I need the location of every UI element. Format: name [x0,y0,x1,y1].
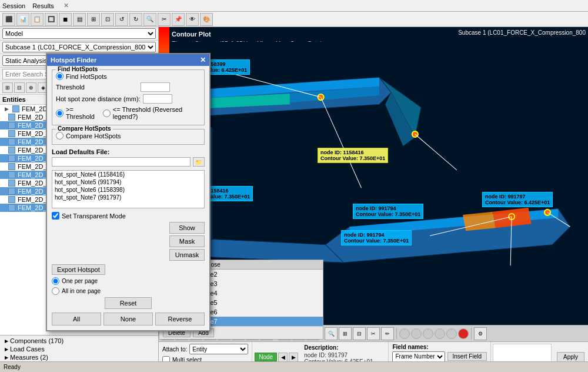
node-nav-left[interactable]: ◀ [278,353,288,362]
vt-btn-12[interactable]: 🔍 [325,327,338,340]
toolbar-btn-2[interactable]: 📊 [16,13,29,26]
toolbar-btn-1[interactable]: ⬛ [2,13,15,26]
toolbar-btn-7[interactable]: ⊞ [87,13,100,26]
threshold-input[interactable]: 60 [141,82,170,92]
menu-close[interactable]: ✕ [64,2,69,9]
none-btn[interactable]: None [103,313,153,326]
dialog-titlebar: Hotspot Finder ✕ [47,54,209,66]
all-in-one-radio[interactable] [52,287,59,295]
toolbar-btn-12[interactable]: ✂ [158,13,171,26]
compare-hotspots-label: Compare HotSpots [66,132,121,140]
vt-btn-13[interactable]: ⊞ [339,327,352,340]
find-hotspots-label: Find HotSpots [66,73,107,80]
show-btn[interactable]: Show [169,222,205,234]
toolbar-btn-13[interactable]: 📌 [172,13,185,26]
reset-btn[interactable]: Reset [105,297,152,309]
load-defaults-input[interactable] [52,157,191,167]
description-label: Description: [304,344,338,351]
dialog-title: Hotspot Finder [51,57,96,64]
tree-loadcases[interactable]: ▶ Load Cases [2,345,156,353]
tree-components[interactable]: ▶ Components (170) [2,337,156,345]
attach-select[interactable]: Entity [189,344,248,354]
toolbar-btn-15[interactable]: 🎨 [200,13,213,26]
compare-hotspots-radio[interactable] [56,132,64,140]
model-select[interactable]: Model [2,28,156,39]
reverse-btn[interactable]: Reverse [155,313,205,326]
entity-tool-1[interactable]: ⊞ [2,82,13,93]
export-row: Export Hotspot [52,264,205,275]
field-select[interactable]: Frame Number [392,351,445,362]
toolbar-btn-10[interactable]: ↻ [129,13,142,26]
toolbar-btn-8[interactable]: ⊡ [101,13,114,26]
subcase-dropdown-row: Subcase 1 (LC01_FORCE_X_Compression_800K… [0,41,158,54]
menu-results[interactable]: Results [32,2,54,9]
find-hotspots-radio[interactable] [56,72,64,80]
hs-item-3[interactable]: hot_spot_Note7 (991797) [52,194,204,201]
dialog-bottom-buttons: All None Reverse [52,313,205,326]
toolbar-btn-11[interactable]: 🔍 [143,13,156,26]
load-defaults-folder-btn[interactable]: 📁 [193,157,205,167]
zone-distance-label: Hot spot zone distance (mm): [56,95,141,102]
toolbar-btn-4[interactable]: 🔲 [45,13,58,26]
callout-5: node ID: 991794 Contour Value: 7.350E+01 [341,230,412,245]
vt-btn-15[interactable]: ✂ [367,327,380,340]
toolbar-btn-3[interactable]: 📋 [31,13,44,26]
one-per-page-label: One per page [62,278,98,284]
field-names-label: Field names: [392,344,487,350]
hotspot-list: hot_spot_Note4 (1158416) hot_spot_Note5 … [52,170,205,208]
status-bar: Ready [0,361,588,372]
bottom-tree: ▶ Components (170) ▶ Load Cases ▶ Measur… [0,335,158,363]
dialog-body: Find HotSpots Find HotSpots Threshold 60… [47,66,209,330]
menu-session[interactable]: Session [2,2,25,9]
hs-item-1[interactable]: hot_spot_Note5 (991794) [52,178,204,186]
vt-fwd-btn[interactable] [435,328,445,339]
hotspot-finder-dialog: Hotspot Finder ✕ Find HotSpots Find HotS… [46,53,211,331]
find-hotspots-group-label: Find HotSpots [56,66,99,72]
zone-distance-input[interactable]: 200 [143,94,172,104]
attach-label: Attach to: [162,346,187,353]
hs-item-0[interactable]: hot_spot_Note4 (1158416) [52,171,204,178]
dialog-close-btn[interactable]: ✕ [200,56,206,64]
vt-play-btn[interactable] [399,328,410,339]
vt-record-btn[interactable] [458,328,469,339]
toolbar-btn-9[interactable]: ↺ [115,13,128,26]
hs-item-2[interactable]: hot_spot_Note6 (1158398) [52,186,204,194]
vt-settings-btn[interactable]: ⚙ [474,327,487,340]
gte-threshold-radio[interactable] [56,109,64,117]
insert-field-btn[interactable]: Insert Field [447,352,487,361]
find-hotspots-group: Find HotSpots Find HotSpots Threshold 60… [52,69,205,125]
unmask-btn[interactable]: Unmask [169,249,205,261]
load-defaults-section: Load Defaults File: 📁 [52,148,205,167]
tree-measures[interactable]: ▶ Measures (2) [2,353,156,361]
all-in-one-label: All in one page [62,288,101,294]
threshold-label: Threshold [56,84,138,91]
vt-btn-16[interactable]: ✏ [381,327,394,340]
menu-bar: Session Results ✕ [0,0,588,12]
vt-back-btn[interactable] [446,328,457,339]
node-type-box: Node [255,353,277,361]
lte-threshold-radio[interactable] [103,109,111,117]
entity-tool-3[interactable]: ⊕ [26,82,36,93]
vt-pause-btn[interactable] [423,328,433,339]
gte-threshold-label: >= Threshold [66,106,101,120]
all-btn[interactable]: All [52,313,101,326]
toolbar-btn-6[interactable]: ▤ [73,13,86,26]
apply-btn[interactable]: Apply [557,352,584,362]
one-per-page-radio[interactable] [52,277,59,285]
subcase-select[interactable]: Subcase 1 (LC01_FORCE_X_Compression_800K… [2,42,156,52]
transparent-mode-checkbox[interactable] [52,212,59,220]
transparent-mode-label: Set Transparent Mode [62,212,126,220]
zone-distance-row: Hot spot zone distance (mm): 200 [56,94,201,104]
compare-group-label: Compare HotSpots [56,125,113,132]
node-nav-right[interactable]: ▶ [289,353,298,362]
export-hotspot-btn[interactable]: Export Hotspot [52,264,105,275]
entity-tool-2[interactable]: ⊟ [14,82,25,93]
vt-stop-btn[interactable] [411,328,422,339]
toolbar-btn-14[interactable]: 👁 [186,13,199,26]
threshold-row: Threshold 60 [56,82,201,92]
toolbar-btn-5[interactable]: ◼ [59,13,72,26]
main-toolbar: ⬛ 📊 📋 🔲 ◼ ▤ ⊞ ⊡ ↺ ↻ 🔍 ✂ 📌 👁 🎨 [0,12,588,27]
mask-btn[interactable]: Mask [169,235,205,247]
vt-btn-14[interactable]: ⊟ [353,327,366,340]
transparent-mode-row: Set Transparent Mode [52,212,205,220]
